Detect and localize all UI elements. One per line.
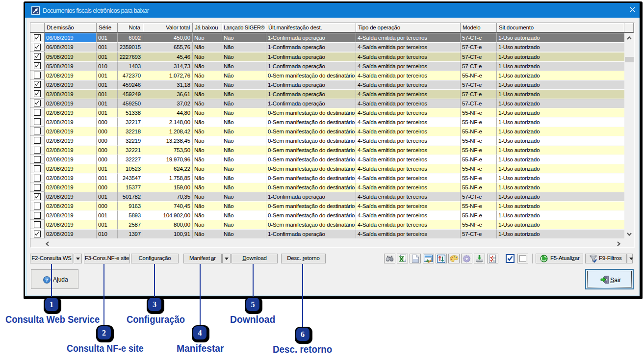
svg-text:?: ?	[46, 277, 49, 283]
